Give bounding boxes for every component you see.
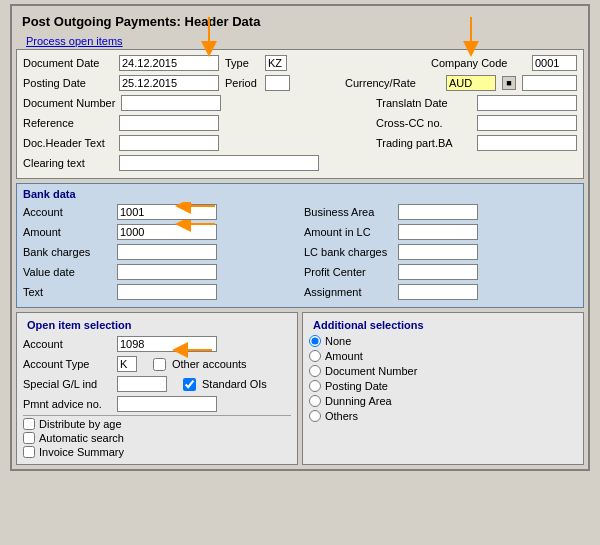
- pmnt-advice-label: Pmnt advice no.: [23, 398, 113, 410]
- none-label: None: [325, 335, 351, 347]
- value-date-input[interactable]: [117, 264, 217, 280]
- document-number-radio[interactable]: [309, 365, 321, 377]
- currency-input[interactable]: [446, 75, 496, 91]
- special-gl-input[interactable]: [117, 376, 167, 392]
- profit-center-label: Profit Center: [304, 266, 394, 278]
- translatn-date-label: Translatn Date: [376, 97, 471, 109]
- other-accounts-checkbox[interactable]: [153, 358, 166, 371]
- distribute-by-age-checkbox[interactable]: [23, 418, 35, 430]
- document-number-input[interactable]: [121, 95, 221, 111]
- document-date-label: Document Date: [23, 57, 113, 69]
- open-item-title: Open item selection: [23, 317, 291, 333]
- cross-cc-label: Cross-CC no.: [376, 117, 471, 129]
- process-open-items-link[interactable]: Process open items: [20, 33, 129, 51]
- value-date-label: Value date: [23, 266, 113, 278]
- automatic-search-checkbox[interactable]: [23, 432, 35, 444]
- document-number-label: Document Number: [325, 365, 417, 377]
- clearing-text-input[interactable]: [119, 155, 319, 171]
- reference-input[interactable]: [119, 115, 219, 131]
- oi-account-type-input[interactable]: [117, 356, 137, 372]
- reference-label: Reference: [23, 117, 113, 129]
- invoice-summary-checkbox[interactable]: [23, 446, 35, 458]
- lc-bank-charges-label: LC bank charges: [304, 246, 394, 258]
- currency-rate-label: Currency/Rate: [345, 77, 440, 89]
- amount-lc-label: Amount in LC: [304, 226, 394, 238]
- bank-text-label: Text: [23, 286, 113, 298]
- currency-picker-button[interactable]: ■: [502, 76, 516, 90]
- business-area-label: Business Area: [304, 206, 394, 218]
- company-code-label: Company Code: [431, 57, 526, 69]
- special-gl-label: Special G/L ind: [23, 378, 113, 390]
- standard-ois-label: Standard OIs: [202, 378, 267, 390]
- dunning-area-label: Dunning Area: [325, 395, 392, 407]
- automatic-search-label: Automatic search: [39, 432, 124, 444]
- trading-part-input[interactable]: [477, 135, 577, 151]
- doc-header-text-label: Doc.Header Text: [23, 137, 113, 149]
- invoice-summary-label: Invoice Summary: [39, 446, 124, 458]
- posting-date-label: Posting Date: [23, 77, 113, 89]
- dunning-area-radio[interactable]: [309, 395, 321, 407]
- none-radio[interactable]: [309, 335, 321, 347]
- clearing-text-label: Clearing text: [23, 157, 113, 169]
- business-area-input[interactable]: [398, 204, 478, 220]
- oi-account-label: Account: [23, 338, 113, 350]
- type-input[interactable]: [265, 55, 287, 71]
- amount-radio[interactable]: [309, 350, 321, 362]
- trading-part-label: Trading part.BA: [376, 137, 471, 149]
- posting-date-label: Posting Date: [325, 380, 388, 392]
- amount-lc-input[interactable]: [398, 224, 478, 240]
- pmnt-advice-input[interactable]: [117, 396, 217, 412]
- bank-text-input[interactable]: [117, 284, 217, 300]
- bank-amount-label: Amount: [23, 226, 113, 238]
- doc-header-text-input[interactable]: [119, 135, 219, 151]
- posting-date-input[interactable]: [119, 75, 219, 91]
- company-code-input[interactable]: [532, 55, 577, 71]
- cross-cc-input[interactable]: [477, 115, 577, 131]
- others-label: Others: [325, 410, 358, 422]
- period-input[interactable]: [265, 75, 290, 91]
- document-date-input[interactable]: [119, 55, 219, 71]
- document-number-label: Document Number: [23, 97, 115, 109]
- others-radio[interactable]: [309, 410, 321, 422]
- bank-charges-label: Bank charges: [23, 246, 113, 258]
- posting-date-radio[interactable]: [309, 380, 321, 392]
- translatn-date-input[interactable]: [477, 95, 577, 111]
- standard-ois-checkbox[interactable]: [183, 378, 196, 391]
- page-title: Post Outgoing Payments: Header Data: [16, 10, 584, 35]
- lc-bank-charges-input[interactable]: [398, 244, 478, 260]
- period-label: Period: [225, 77, 259, 89]
- profit-center-input[interactable]: [398, 264, 478, 280]
- additional-title: Additional selections: [309, 317, 577, 333]
- distribute-by-age-label: Distribute by age: [39, 418, 122, 430]
- assignment-label: Assignment: [304, 286, 394, 298]
- amount-label: Amount: [325, 350, 363, 362]
- bank-data-title: Bank data: [23, 188, 577, 200]
- oi-account-type-label: Account Type: [23, 358, 113, 370]
- assignment-input[interactable]: [398, 284, 478, 300]
- bank-account-label: Account: [23, 206, 113, 218]
- rate-input[interactable]: [522, 75, 577, 91]
- type-label: Type: [225, 57, 259, 69]
